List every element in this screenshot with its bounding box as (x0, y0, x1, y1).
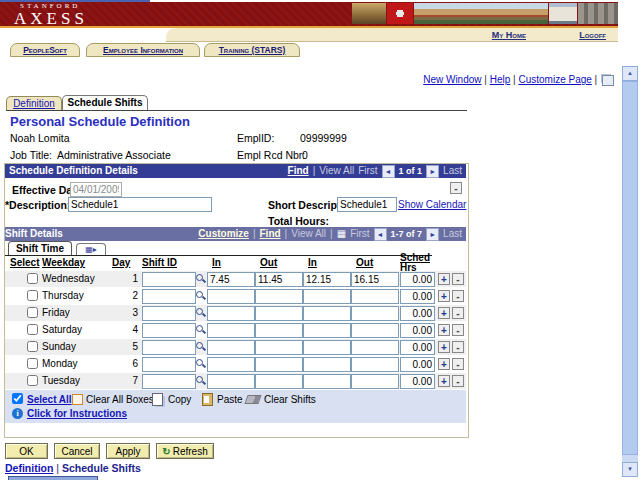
description-input[interactable] (68, 197, 212, 212)
copy-label[interactable]: Copy (168, 394, 191, 405)
col-header-day[interactable]: Day (112, 257, 130, 268)
out2-input[interactable] (351, 374, 399, 389)
shift-id-input[interactable] (142, 357, 196, 372)
delete-row-button[interactable]: - (452, 324, 464, 336)
customize-page-link[interactable]: Customize Page (518, 74, 591, 85)
short-description-input[interactable] (337, 197, 397, 212)
apply-button[interactable]: Apply (106, 443, 150, 459)
delete-row-button[interactable]: - (452, 307, 464, 319)
lookup-icon[interactable] (195, 273, 206, 284)
delete-row-button[interactable]: - (452, 375, 464, 387)
lookup-icon[interactable] (195, 375, 206, 386)
scrollbar-thumb[interactable] (622, 81, 638, 455)
scroll-up-arrow[interactable]: ▲ (622, 66, 638, 81)
eraser-icon[interactable] (244, 395, 261, 404)
delete-row-button[interactable]: - (452, 341, 464, 353)
add-row-button[interactable]: + (438, 341, 450, 353)
nav-tab-employee-information[interactable]: Employee Information (86, 43, 200, 57)
out2-input[interactable] (351, 289, 399, 304)
row-select-checkbox[interactable] (27, 341, 38, 352)
delete-row-button[interactable]: - (452, 290, 464, 302)
tab-schedule-shifts[interactable]: Schedule Shifts (62, 95, 148, 110)
shift-id-input[interactable] (142, 272, 196, 287)
in1-input[interactable] (207, 340, 255, 355)
tab-definition[interactable]: Definition (6, 96, 62, 110)
out1-input[interactable] (255, 306, 303, 321)
add-row-button[interactable]: + (438, 358, 450, 370)
row-select-checkbox[interactable] (27, 358, 38, 369)
clear-shifts-label[interactable]: Clear Shifts (264, 394, 316, 405)
view-all-link[interactable]: View All (319, 164, 354, 178)
clear-all-boxes-label[interactable]: Clear All Boxes (86, 394, 154, 405)
ok-button[interactable]: OK (5, 443, 48, 459)
out1-input[interactable] (255, 272, 303, 287)
out1-input[interactable] (255, 323, 303, 338)
row-select-checkbox[interactable] (27, 324, 38, 335)
prev-rows-icon[interactable]: ◄ (374, 228, 387, 241)
help-link[interactable]: Help (490, 74, 511, 85)
nav-tab-peoplesoft[interactable]: PeopleSoft (10, 43, 80, 57)
in2-input[interactable] (303, 272, 351, 287)
in2-input[interactable] (303, 374, 351, 389)
paste-label[interactable]: Paste (217, 394, 243, 405)
cancel-button[interactable]: Cancel (54, 443, 100, 459)
out2-input[interactable] (351, 340, 399, 355)
in1-input[interactable] (207, 357, 255, 372)
add-row-button[interactable]: + (438, 307, 450, 319)
col-header-out2[interactable]: Out (356, 257, 373, 268)
instructions-link[interactable]: Click for Instructions (27, 408, 127, 419)
col-header-in2[interactable]: In (308, 257, 317, 268)
in1-input[interactable] (207, 323, 255, 338)
shift-id-input[interactable] (142, 289, 196, 304)
vertical-scrollbar[interactable]: ▲ ▼ (622, 66, 638, 477)
in1-input[interactable] (207, 272, 255, 287)
prev-row-icon[interactable]: ◄ (382, 165, 395, 178)
row-select-checkbox[interactable] (27, 273, 38, 284)
next-rows-icon[interactable]: ► (426, 228, 439, 241)
find-link[interactable]: Find (288, 164, 309, 178)
scroll-down-arrow[interactable]: ▼ (622, 462, 638, 477)
delete-row-button[interactable]: - (452, 273, 464, 285)
select-all-link[interactable]: Select All (27, 394, 72, 405)
in2-input[interactable] (303, 357, 351, 372)
shift-id-input[interactable] (142, 374, 196, 389)
row-select-checkbox[interactable] (27, 290, 38, 301)
col-header-shift-id[interactable]: Shift ID (142, 257, 177, 268)
tab-shift-time[interactable]: Shift Time (8, 241, 72, 256)
lookup-icon[interactable] (195, 358, 206, 369)
in1-input[interactable] (207, 306, 255, 321)
row-select-checkbox[interactable] (27, 307, 38, 318)
add-row-button[interactable]: + (438, 375, 450, 387)
clear-all-boxes-icon[interactable] (72, 394, 83, 405)
shift-id-input[interactable] (142, 340, 196, 355)
lookup-icon[interactable] (195, 307, 206, 318)
find-link[interactable]: Find (260, 227, 281, 241)
refresh-button[interactable]: ↻Refresh (156, 443, 214, 459)
add-row-button[interactable]: + (438, 273, 450, 285)
out1-input[interactable] (255, 340, 303, 355)
out2-input[interactable] (351, 323, 399, 338)
in1-input[interactable] (207, 289, 255, 304)
lookup-icon[interactable] (195, 341, 206, 352)
nav-tab-training-stars[interactable]: Training (STARS) (204, 43, 300, 57)
show-calendar-link[interactable]: Show Calendar (398, 199, 466, 210)
in1-input[interactable] (207, 374, 255, 389)
customize-link[interactable]: Customize (198, 227, 249, 241)
download-grid-icon[interactable]: ▦ (337, 227, 346, 241)
col-header-weekday[interactable]: Weekday (42, 257, 85, 268)
effective-date-input[interactable] (70, 182, 122, 197)
view-all-link[interactable]: View All (291, 227, 326, 241)
delete-effective-row-button[interactable]: - (450, 182, 462, 194)
add-row-button[interactable]: + (438, 324, 450, 336)
lookup-icon[interactable] (195, 290, 206, 301)
row-select-checkbox[interactable] (27, 375, 38, 386)
shift-id-input[interactable] (142, 306, 196, 321)
out1-input[interactable] (255, 374, 303, 389)
select-all-checkbox[interactable] (12, 393, 23, 404)
logoff-link[interactable]: Logoff (579, 30, 606, 40)
out2-input[interactable] (351, 357, 399, 372)
col-header-select[interactable]: Select (10, 257, 39, 268)
in2-input[interactable] (303, 323, 351, 338)
copy-url-icon[interactable] (602, 75, 614, 86)
paste-icon[interactable] (202, 393, 213, 406)
